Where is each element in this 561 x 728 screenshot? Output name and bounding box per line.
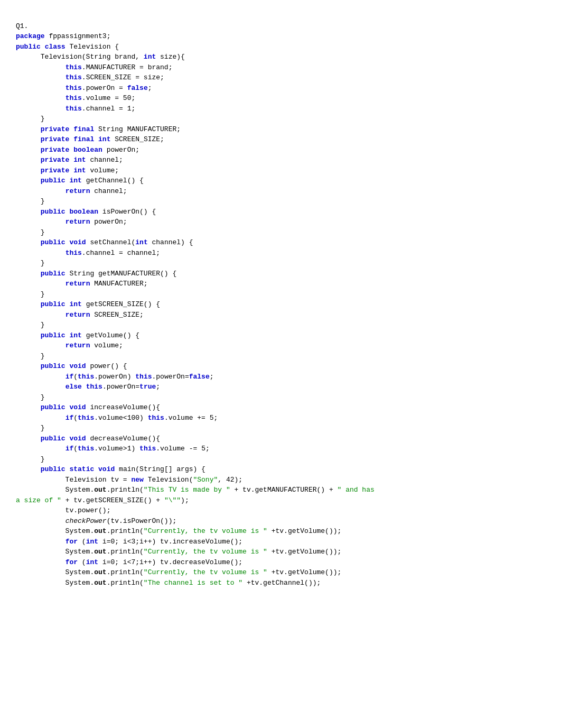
question-label: Q1.: [16, 22, 28, 30]
code-block: Q1. package fppassignment3; public class…: [16, 11, 545, 588]
